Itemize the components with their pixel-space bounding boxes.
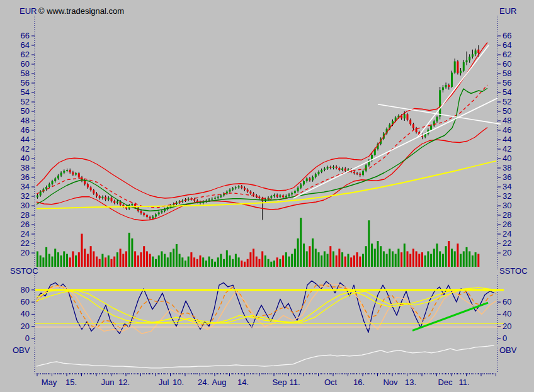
volume-bar bbox=[232, 259, 234, 267]
sstoc-axis-label-left: 60 bbox=[21, 297, 30, 306]
volume-bar bbox=[193, 257, 195, 267]
candle-body bbox=[312, 177, 314, 180]
volume-bar bbox=[472, 255, 474, 267]
price-axis-label-left: 40 bbox=[21, 154, 30, 163]
volume-bar bbox=[359, 257, 361, 267]
candle-body bbox=[439, 90, 441, 116]
volume-bar bbox=[448, 241, 450, 267]
volume-bar bbox=[179, 254, 181, 267]
volume-bar bbox=[253, 249, 254, 267]
volume-bar bbox=[442, 254, 444, 267]
volume-bar bbox=[261, 251, 263, 267]
price-axis-label-right: 38 bbox=[503, 163, 511, 172]
price-axis-label-right: 20 bbox=[503, 248, 511, 257]
candle-body bbox=[188, 199, 190, 200]
volume-bar bbox=[300, 218, 302, 267]
price-axis-label-right: 34 bbox=[503, 182, 511, 191]
volume-bar bbox=[466, 247, 468, 267]
volume-bar bbox=[220, 254, 222, 267]
volume-bar bbox=[318, 252, 320, 267]
volume-bar bbox=[143, 246, 145, 267]
price-axis-label-right: 32 bbox=[503, 191, 511, 201]
candle-body bbox=[336, 167, 338, 168]
candle-body bbox=[454, 62, 456, 73]
candle-body bbox=[48, 184, 50, 188]
volume-bar bbox=[329, 246, 331, 267]
volume-bar bbox=[75, 255, 77, 267]
sstoc-axis-label-left: 40 bbox=[21, 309, 30, 318]
volume-bar bbox=[211, 259, 213, 267]
sstoc-axis-label-left: 80 bbox=[21, 285, 30, 294]
candle-body bbox=[78, 173, 80, 177]
volume-bar bbox=[303, 244, 305, 267]
volume-bar bbox=[111, 259, 113, 267]
candle-body bbox=[226, 192, 228, 194]
volume-bar bbox=[350, 257, 352, 267]
trading-chart-screen: { "header": { "left_currency": "EUR", "r… bbox=[0, 0, 534, 392]
candle-body bbox=[229, 190, 231, 192]
volume-bar bbox=[152, 257, 154, 267]
candle-body bbox=[111, 198, 113, 201]
time-axis-date-label: Nov bbox=[383, 378, 398, 387]
volume-bar bbox=[268, 259, 270, 267]
candle-body bbox=[297, 188, 299, 191]
overlay-trendline-rising-steep bbox=[418, 45, 489, 137]
candle-body bbox=[436, 117, 438, 121]
volume-bar bbox=[312, 238, 314, 267]
volume-bar bbox=[297, 238, 299, 267]
price-axis-label-left: 34 bbox=[21, 182, 30, 191]
price-axis-label-left: 24 bbox=[21, 229, 30, 238]
candle-body bbox=[300, 184, 302, 188]
volume-bar bbox=[120, 249, 122, 267]
candle-body bbox=[288, 194, 290, 196]
price-axis-label-right: 66 bbox=[503, 31, 511, 40]
sstoc-axis-label-right: 40 bbox=[503, 309, 511, 318]
price-axis-label-left: 62 bbox=[21, 50, 30, 59]
candle-body bbox=[294, 191, 296, 193]
volume-bar bbox=[460, 254, 462, 267]
time-axis-date-label: May bbox=[42, 378, 57, 387]
sstoc-axis-label-right: 60 bbox=[503, 297, 511, 306]
price-axis-label-right: 62 bbox=[503, 50, 511, 59]
price-axis-label-left: 22 bbox=[21, 238, 30, 248]
volume-bar bbox=[264, 255, 266, 267]
volume-bar bbox=[294, 249, 296, 267]
time-axis-date-label: Oct bbox=[324, 378, 338, 387]
volume-bar bbox=[149, 254, 151, 267]
volume-bar bbox=[324, 251, 326, 267]
volume-bar bbox=[463, 251, 465, 267]
volume-bar bbox=[344, 257, 346, 267]
candle-body bbox=[276, 195, 278, 197]
volume-bar bbox=[113, 257, 115, 267]
candle-body bbox=[140, 211, 142, 213]
volume-bar bbox=[475, 252, 477, 267]
time-axis-date-label: 10. bbox=[173, 378, 184, 387]
volume-bar bbox=[386, 254, 388, 267]
volume-bar bbox=[433, 249, 435, 267]
volume-bar bbox=[170, 252, 172, 267]
candle-body bbox=[131, 204, 133, 205]
time-axis-date-label: Jul bbox=[159, 378, 169, 387]
price-axis-label-left: 66 bbox=[21, 31, 30, 40]
volume-bar bbox=[430, 254, 432, 267]
sstoc-trendline-green bbox=[412, 303, 488, 330]
candle-body bbox=[318, 172, 320, 174]
price-axis-label-right: 40 bbox=[503, 154, 511, 163]
candle-body bbox=[273, 195, 275, 196]
candle-body bbox=[430, 126, 432, 130]
volume-bar bbox=[188, 257, 190, 267]
candle-body bbox=[321, 170, 322, 172]
volume-bar bbox=[341, 252, 343, 267]
price-axis-label-right: 44 bbox=[503, 135, 511, 144]
volume-bar bbox=[217, 257, 219, 267]
volume-series bbox=[37, 218, 479, 267]
candle-body bbox=[315, 174, 317, 177]
volume-bar bbox=[155, 259, 157, 267]
volume-bar bbox=[69, 257, 71, 267]
volume-bar bbox=[270, 262, 272, 267]
candle-body bbox=[359, 174, 361, 175]
candle-body bbox=[448, 85, 450, 87]
volume-bar bbox=[223, 259, 225, 267]
candle-body bbox=[285, 196, 287, 197]
candle-body bbox=[457, 62, 458, 74]
